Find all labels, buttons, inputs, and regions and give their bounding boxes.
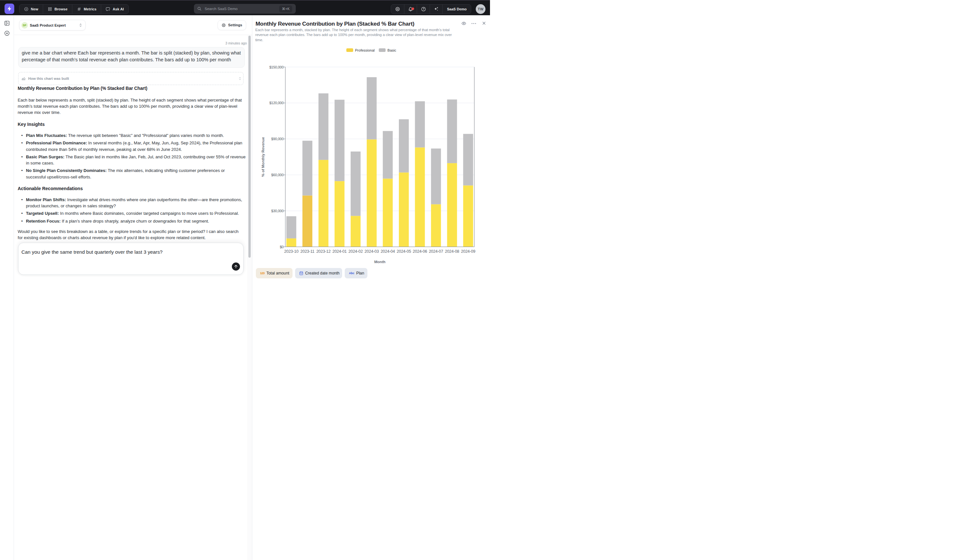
svg-text:2023-10: 2023-10 (284, 249, 298, 254)
svg-text:$60,000: $60,000 (271, 173, 283, 177)
svg-text:2024-01: 2024-01 (332, 249, 347, 254)
svg-text:2024-05: 2024-05 (397, 249, 411, 254)
svg-text:$0: $0 (280, 245, 284, 249)
svg-text:2024-09: 2024-09 (461, 249, 475, 254)
svg-text:$90,000: $90,000 (271, 137, 283, 141)
svg-text:2024-03: 2024-03 (364, 249, 379, 254)
svg-text:2024-08: 2024-08 (445, 249, 459, 254)
svg-text:$30,000: $30,000 (271, 209, 283, 213)
svg-text:2024-06: 2024-06 (413, 249, 427, 254)
svg-text:% of Monthly Revenue: % of Monthly Revenue (261, 137, 265, 177)
svg-text:2024-02: 2024-02 (349, 249, 363, 254)
svg-text:2024-04: 2024-04 (381, 249, 395, 254)
svg-text:$120,000: $120,000 (269, 101, 283, 105)
svg-text:2024-07: 2024-07 (429, 249, 443, 254)
svg-text:2023-11: 2023-11 (300, 249, 314, 254)
svg-text:$150,000: $150,000 (269, 65, 283, 69)
svg-text:2023-12: 2023-12 (316, 249, 331, 254)
svg-text:Month: Month (374, 260, 385, 264)
